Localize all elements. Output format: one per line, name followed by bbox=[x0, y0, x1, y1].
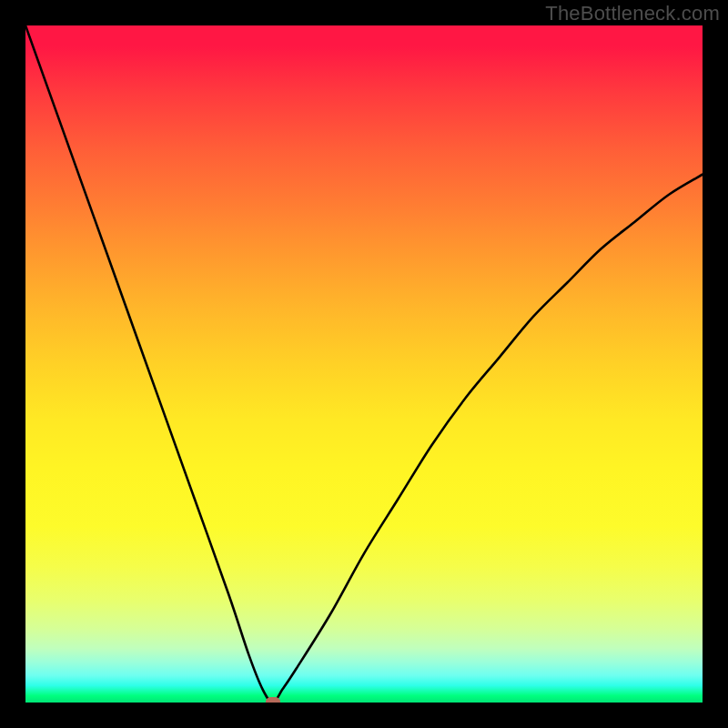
watermark-text: TheBottleneck.com bbox=[545, 2, 720, 25]
bottleneck-curve bbox=[25, 25, 703, 703]
plot-area bbox=[25, 25, 703, 703]
chart-frame: TheBottleneck.com bbox=[0, 0, 728, 728]
optimal-marker-icon bbox=[266, 697, 280, 703]
